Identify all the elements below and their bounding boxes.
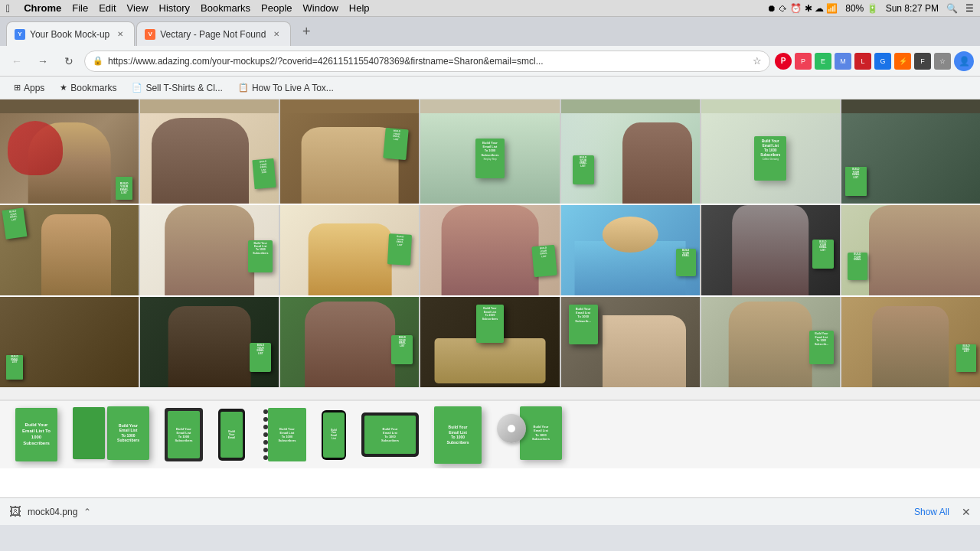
mockup-cell-2-5[interactable]: BUILDYOUREMAIL bbox=[561, 205, 700, 295]
toolbar: ← → ↻ 🔒 https://www.adazing.com/your-moc… bbox=[0, 46, 980, 77]
mockup-cell-3-4[interactable]: Build YourEmail ListTo 1000Subscribers bbox=[420, 297, 559, 387]
menu-status-icons: ⏺ ⟳ ⏰ ✱ ☁ 📶 bbox=[767, 3, 838, 14]
mockup-cell-3-5[interactable]: Build YourEmail ListTo 1000Subscrib... bbox=[561, 297, 700, 387]
tab-vectary-title: Vectary - Page Not Found bbox=[160, 29, 266, 40]
mockup-cell-1-6[interactable]: Build YourEmail ListTo 1000SubscribersCo… bbox=[701, 113, 840, 204]
download-bar: 🖼 mock04.png ⌃ Show All ✕ bbox=[0, 497, 980, 525]
ext-3[interactable]: M bbox=[835, 53, 851, 70]
device-phone-1[interactable]: BuildYourEmail bbox=[218, 409, 245, 461]
device-book-1[interactable]: Build Your Email List To 1000 Subscriber… bbox=[15, 408, 57, 461]
tab-mockup-title: Your Book Mock-up bbox=[30, 29, 109, 40]
mockup-cell-2-6[interactable]: BUILDYOUREMAILLIST bbox=[701, 205, 840, 295]
menu-battery: 80% 🔋 bbox=[845, 3, 877, 14]
device-tablet-2[interactable]: Build YourEmail ListTo 1000Subscribers bbox=[361, 412, 419, 457]
content-area: BUILDYOUREMAILLIST BUILDYOUREMAILLIST100… bbox=[0, 99, 980, 497]
menu-edit[interactable]: Edit bbox=[99, 2, 116, 14]
back-button[interactable]: ← bbox=[6, 51, 28, 72]
bookmark-bookmarks-label: Bookmarks bbox=[70, 83, 116, 93]
address-text: https://www.adazing.com/your-mockups2/?c… bbox=[108, 56, 748, 67]
ext-pocket[interactable]: P bbox=[795, 53, 812, 70]
menu-help[interactable]: Help bbox=[349, 2, 370, 14]
mockup-cell-1-5[interactable]: BUILDYOUREMAILLIST bbox=[561, 113, 700, 204]
bookmark-how-to[interactable]: 📋 How To Live A Tox... bbox=[232, 80, 340, 96]
tab-mockup-favicon: Y bbox=[15, 29, 25, 40]
ext-8[interactable]: ☆ bbox=[934, 53, 951, 70]
reload-button[interactable]: ↻ bbox=[58, 51, 80, 72]
new-tab-button[interactable]: + bbox=[296, 21, 317, 42]
mockup-cell-1-1[interactable]: BUILDYOUREMAILLIST bbox=[0, 113, 139, 204]
mockup-cell-1-3[interactable]: BUILDYOUREMAILLIST bbox=[280, 113, 419, 204]
download-file-icon: 🖼 bbox=[9, 505, 21, 519]
tab-mockup[interactable]: Y Your Book Mock-up ✕ bbox=[6, 21, 135, 46]
star-bookmark-icon: ★ bbox=[60, 83, 67, 93]
bookmark-apps-label: Apps bbox=[24, 83, 44, 93]
ext-pinterest[interactable]: P bbox=[775, 53, 792, 70]
bookmark-how-to-label: How To Live A Tox... bbox=[252, 83, 334, 93]
menu-controls-icon[interactable]: ☰ bbox=[965, 3, 974, 14]
mockup-cell-2-7[interactable]: BUILDYOUREMAIL bbox=[841, 205, 980, 295]
mockup-cell-3-3[interactable]: BUILDYOUREMAILLIST bbox=[280, 297, 419, 387]
tab-mockup-close[interactable]: ✕ bbox=[114, 28, 126, 41]
menu-chrome[interactable]: Chrome bbox=[24, 2, 61, 14]
bookmark-sell-label: Sell T-Shirts & Cl... bbox=[145, 83, 222, 93]
mockup-cell-2-3[interactable]: BUILDYOUREMAILLIST bbox=[280, 205, 419, 295]
ext-evernote[interactable]: E bbox=[815, 53, 831, 70]
mockup-cell-1-4[interactable]: Build YourEmail ListTo 1000SubscribersSt… bbox=[420, 113, 559, 204]
ext-lastpass[interactable]: L bbox=[854, 53, 871, 70]
bookmarks-bar: ⊞ Apps ★ Bookmarks 📄 Sell T-Shirts & Cl.… bbox=[0, 77, 980, 99]
device-book-2[interactable]: Build YourEmail ListTo 1000Subscribers bbox=[73, 406, 149, 464]
tab-vectary-favicon: V bbox=[145, 29, 155, 40]
ext-5[interactable]: G bbox=[874, 53, 891, 70]
bookmark-how-to-icon: 📋 bbox=[238, 83, 249, 93]
menu-file[interactable]: File bbox=[72, 2, 88, 14]
mockup-cell-3-1[interactable]: BUILDEMAILLIST bbox=[0, 297, 139, 387]
mockup-cell-2-4[interactable]: BUILDYOUREMAILLIST bbox=[420, 205, 559, 295]
device-book-1-text: Build Your Email List To 1000 Subscriber… bbox=[15, 419, 57, 449]
address-bar[interactable]: 🔒 https://www.adazing.com/your-mockups2/… bbox=[84, 51, 770, 72]
devices-section: Build Your Email List To 1000 Subscriber… bbox=[0, 399, 980, 468]
apple-menu[interactable]:  bbox=[6, 2, 10, 15]
tab-vectary-close[interactable]: ✕ bbox=[270, 28, 283, 41]
menu-bar-right: ⏺ ⟳ ⏰ ✱ ☁ 📶 80% 🔋 Sun 8:27 PM 🔍 ☰ bbox=[767, 3, 974, 14]
tab-bar: Y Your Book Mock-up ✕ V Vectary - Page N… bbox=[0, 17, 980, 46]
menu-people[interactable]: People bbox=[261, 2, 292, 14]
mockup-cell-3-6[interactable]: Build YourEmail ListTo 1000Subscrib... bbox=[701, 297, 840, 387]
mockup-cell-3-2[interactable]: BUILDYOUREMAILLIST bbox=[140, 297, 279, 387]
device-tablet-1[interactable]: Build YourEmail ListTo 1000Subscribers bbox=[165, 408, 203, 461]
download-filename: mock04.png bbox=[28, 507, 77, 517]
mockup-cell-1-7[interactable]: BUILDYOUREMAILLIST bbox=[841, 113, 980, 204]
device-phone-2[interactable]: BuildYourEmailList bbox=[322, 410, 346, 460]
user-account-icon[interactable]: 👤 bbox=[954, 51, 974, 71]
bookmark-apps[interactable]: ⊞ Apps bbox=[8, 80, 51, 96]
menu-time: Sun 8:27 PM bbox=[886, 3, 939, 14]
lock-icon: 🔒 bbox=[93, 56, 103, 66]
menu-view[interactable]: View bbox=[127, 2, 149, 14]
download-show-all[interactable]: Show All bbox=[914, 507, 949, 517]
bookmark-bookmarks[interactable]: ★ Bookmarks bbox=[54, 80, 122, 96]
menu-bar:  Chrome File Edit View History Bookmark… bbox=[0, 0, 980, 17]
download-chevron-icon[interactable]: ⌃ bbox=[83, 507, 91, 517]
doc-icon: 📄 bbox=[132, 83, 142, 93]
download-close-button[interactable]: ✕ bbox=[962, 506, 971, 518]
mockup-cell-2-1[interactable]: BUILDYOUREMAILLIST bbox=[0, 205, 139, 295]
toolbar-extensions: P P E M L G ⚡ F ☆ 👤 bbox=[775, 51, 974, 71]
mockup-cell-3-7[interactable]: BUILDEMAILLIST bbox=[841, 297, 980, 387]
ext-6[interactable]: ⚡ bbox=[894, 53, 911, 70]
mockup-cell-1-2[interactable]: BUILDYOUREMAILLIST1000 bbox=[140, 113, 279, 204]
forward-button[interactable]: → bbox=[32, 51, 54, 72]
bookmark-star-icon[interactable]: ☆ bbox=[753, 55, 762, 67]
tab-vectary[interactable]: V Vectary - Page Not Found ✕ bbox=[136, 21, 291, 46]
menu-window[interactable]: Window bbox=[303, 2, 338, 14]
device-book-3[interactable]: Build YourEmail ListTo 1000Subscribers bbox=[434, 406, 482, 464]
apps-grid-icon: ⊞ bbox=[14, 83, 21, 93]
menu-history[interactable]: History bbox=[159, 2, 190, 14]
bookmark-sell-tshirts[interactable]: 📄 Sell T-Shirts & Cl... bbox=[126, 80, 228, 96]
device-spiral-book[interactable]: Build YourEmail ListTo 1000Subscribers bbox=[260, 408, 306, 461]
mockup-cell-2-2[interactable]: Build YourEmail ListTo 1000Subscribers bbox=[140, 205, 279, 295]
ext-7[interactable]: F bbox=[914, 53, 931, 70]
chrome-window: Y Your Book Mock-up ✕ V Vectary - Page N… bbox=[0, 17, 980, 551]
menu-search-icon[interactable]: 🔍 bbox=[946, 3, 958, 14]
device-book-disc[interactable]: Build YourEmail ListTo 1000Subscribers bbox=[497, 406, 562, 464]
menu-bookmarks[interactable]: Bookmarks bbox=[201, 2, 250, 14]
